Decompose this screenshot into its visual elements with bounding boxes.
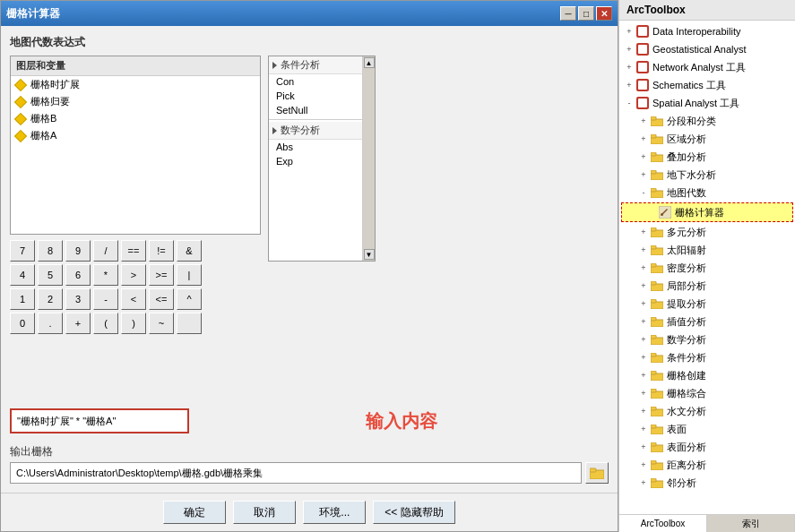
btn-5[interactable]: 5	[38, 264, 63, 286]
btn-lparen[interactable]: (	[93, 313, 118, 334]
sidebar-item-rastergeneralize[interactable]: + 栅格综合	[619, 384, 795, 402]
ok-button[interactable]: 确定	[163, 501, 226, 524]
sidebar-item-groundwater[interactable]: + 地下水分析	[619, 166, 795, 184]
btn-amp[interactable]: &	[177, 240, 202, 262]
layer-item-3[interactable]: 栅格A	[11, 127, 260, 144]
folder-open-icon	[590, 467, 604, 479]
sidebar-tab-index[interactable]: 索引	[707, 515, 795, 532]
sidebar-item-overlay[interactable]: + 叠加分析	[619, 148, 795, 166]
sidebar-item-spatial[interactable]: - Spatial Analyst 工具	[619, 94, 795, 112]
sidebar-tab-label-0: ArcToolbox	[641, 519, 685, 528]
sidebar-sub-label-17: 数学分析	[667, 333, 706, 347]
dialog-content: 地图代数表达式 图层和变量 栅格时扩展 栅格归要 栅格B	[1, 26, 618, 493]
cancel-button[interactable]: 取消	[233, 501, 296, 524]
btn-pipe[interactable]: |	[177, 264, 202, 286]
svg-rect-37	[651, 335, 656, 339]
output-path-input[interactable]	[10, 462, 582, 484]
folder-icon-25	[650, 476, 664, 490]
sidebar-item-density[interactable]: + 密度分析	[619, 259, 795, 277]
toolbox-icon-4	[635, 96, 650, 110]
func-section-1-label: 条件分析	[281, 58, 320, 72]
sidebar-item-rastercreate[interactable]: + 栅格创建	[619, 366, 795, 384]
sidebar-item-segment[interactable]: + 分段和分类	[619, 112, 795, 130]
folder-icon-11	[650, 225, 664, 239]
layer-item-1[interactable]: 栅格归要	[11, 93, 260, 110]
layer-item-2[interactable]: 栅格B	[11, 110, 260, 127]
btn-gte[interactable]: >=	[149, 264, 174, 286]
sidebar-label-0: Data Interoperability	[652, 26, 740, 37]
sidebar-item-hydrology[interactable]: + 水文分析	[619, 402, 795, 420]
sidebar-item-conditional[interactable]: + 条件分析	[619, 348, 795, 366]
calc-row-1: 7 8 9 / == != &	[10, 240, 261, 262]
layers-box: 图层和变量 栅格时扩展 栅格归要 栅格B 栅格	[10, 56, 261, 235]
btn-8[interactable]: 8	[38, 240, 63, 262]
sidebar-item-geo[interactable]: + Geostatistical Analyst	[619, 40, 795, 58]
btn-div[interactable]: /	[93, 240, 118, 262]
svg-rect-19	[651, 170, 656, 174]
btn-2[interactable]: 2	[38, 288, 63, 310]
maximize-button[interactable]: □	[578, 6, 594, 21]
diamond-icon-2	[14, 112, 27, 124]
hide-button[interactable]: << 隐藏帮助	[373, 501, 454, 524]
btn-9[interactable]: 9	[65, 240, 91, 262]
svg-rect-11	[638, 99, 647, 107]
btn-tilde[interactable]: ~	[149, 313, 174, 334]
calc-row-3: 1 2 3 - < <= ^	[10, 288, 261, 310]
svg-rect-9	[638, 81, 647, 90]
sidebar-item-surfaceanalysis[interactable]: + 表面分析	[619, 438, 795, 456]
sidebar-item-distance[interactable]: + 距离分析	[619, 456, 795, 474]
sidebar-item-neighborhood[interactable]: + 邻分析	[619, 474, 795, 492]
btn-6[interactable]: 6	[65, 264, 91, 286]
sidebar-item-surface[interactable]: + 表面	[619, 420, 795, 438]
btn-1[interactable]: 1	[10, 288, 35, 310]
env-button[interactable]: 环境...	[303, 501, 366, 524]
expression-input[interactable]	[10, 408, 189, 433]
folder-icon-14	[650, 279, 664, 293]
btn-dot[interactable]: .	[38, 313, 63, 334]
close-button[interactable]: ✕	[596, 6, 612, 21]
sidebar-item-local[interactable]: + 局部分析	[619, 277, 795, 295]
sidebar-item-data-interop[interactable]: + Data Interoperability	[619, 22, 795, 40]
sidebar-item-solar[interactable]: + 太阳辐射	[619, 241, 795, 259]
sidebar-item-network[interactable]: + Network Analyst 工具	[619, 58, 795, 76]
sidebar-item-extract[interactable]: + 提取分析	[619, 295, 795, 313]
minimize-button[interactable]: ─	[560, 6, 576, 21]
folder-button[interactable]	[585, 462, 609, 484]
sidebar-item-multivariate[interactable]: + 多元分析	[619, 223, 795, 241]
sidebar-tab-arctoolbox[interactable]: ArcToolbox	[619, 515, 707, 532]
btn-7[interactable]: 7	[10, 240, 35, 262]
func-item-con[interactable]: Con	[269, 74, 375, 89]
left-panel: 图层和变量 栅格时扩展 栅格归要 栅格B 栅格	[10, 56, 261, 401]
sidebar-item-math[interactable]: + 数学分析	[619, 330, 795, 348]
layer-item-0[interactable]: 栅格时扩展	[11, 76, 260, 93]
btn-add[interactable]: +	[65, 313, 91, 334]
sidebar-item-zone[interactable]: + 区域分析	[619, 130, 795, 148]
folder-icon-13	[650, 261, 664, 275]
expand-icon-21: +	[637, 405, 650, 417]
btn-gt[interactable]: >	[121, 264, 146, 286]
func-item-pick[interactable]: Pick	[269, 89, 375, 103]
func-item-setnull[interactable]: SetNull	[269, 103, 375, 117]
scroll-up-btn[interactable]: ▲	[364, 57, 375, 68]
folder-icon-19	[650, 368, 664, 382]
btn-neq[interactable]: !=	[149, 240, 174, 262]
folder-icon-6	[650, 132, 664, 146]
sidebar-item-mapalgebra[interactable]: - 地图代数	[619, 184, 795, 202]
btn-sub[interactable]: -	[93, 288, 118, 310]
btn-4[interactable]: 4	[10, 264, 35, 286]
sidebar-item-interpolation[interactable]: + 插值分析	[619, 313, 795, 330]
func-item-exp[interactable]: Exp	[269, 154, 375, 168]
sidebar-item-rastercalc[interactable]: 栅格计算器	[621, 202, 793, 222]
sidebar-sub-label-21: 水文分析	[667, 405, 706, 418]
btn-0[interactable]: 0	[10, 313, 35, 334]
sidebar-item-schematics[interactable]: + Schematics 工具	[619, 76, 795, 94]
btn-lt[interactable]: <	[121, 288, 146, 310]
btn-rparen[interactable]: )	[121, 313, 146, 334]
scroll-down-btn[interactable]: ▼	[364, 249, 375, 260]
btn-eq[interactable]: ==	[121, 240, 146, 262]
func-item-abs[interactable]: Abs	[269, 140, 375, 154]
btn-caret[interactable]: ^	[177, 288, 202, 310]
btn-3[interactable]: 3	[65, 288, 91, 310]
btn-lte[interactable]: <=	[149, 288, 174, 310]
btn-mul[interactable]: *	[93, 264, 118, 286]
